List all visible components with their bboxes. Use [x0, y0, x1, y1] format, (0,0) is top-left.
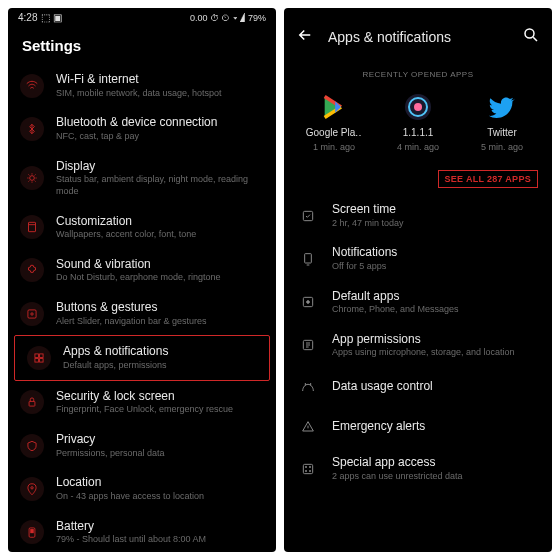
svg-rect-1	[29, 223, 36, 232]
row-subtitle: SIM, mobile network, data usage, hotspot	[56, 88, 264, 100]
row-title: Screen time	[332, 202, 540, 218]
svg-point-23	[305, 466, 306, 467]
apps-row-special-app-access[interactable]: Special app access2 apps can use unrestr…	[284, 447, 552, 490]
app-time: 1 min. ago	[313, 142, 355, 152]
apps-row-app-permissions[interactable]: App permissionsApps using microphone, st…	[284, 324, 552, 367]
app-name: Google Pla‥	[306, 127, 362, 138]
row-icon	[27, 346, 51, 370]
row-title: Privacy	[56, 432, 264, 448]
svg-point-24	[309, 466, 310, 467]
header: Apps & notifications	[284, 16, 552, 58]
row-subtitle: Chrome, Phone, and Messages	[332, 304, 540, 316]
row-subtitle: Off for 5 apps	[332, 261, 540, 273]
apps-row-data-usage-control[interactable]: Data usage control	[284, 367, 552, 407]
apps-row-notifications[interactable]: NotificationsOff for 5 apps	[284, 237, 552, 280]
apps-row-emergency-alerts[interactable]: Emergency alerts	[284, 407, 552, 447]
row-title: Emergency alerts	[332, 419, 540, 435]
row-icon	[20, 74, 44, 98]
row-title: Notifications	[332, 245, 540, 261]
settings-row-customization[interactable]: CustomizationWallpapers, accent color, f…	[8, 206, 276, 249]
row-title: Wi-Fi & internet	[56, 72, 264, 88]
svg-rect-11	[30, 529, 34, 533]
apps-row-screen-time[interactable]: Screen time2 hr, 47 min today	[284, 194, 552, 237]
svg-rect-2	[28, 310, 36, 318]
row-subtitle: 2 apps can use unrestricted data	[332, 471, 540, 483]
row-subtitle: 79% - Should last until about 8:00 AM	[56, 534, 264, 546]
app-name: 1.1.1.1	[403, 127, 434, 138]
recent-apps: Google Pla‥ 1 min. ago 1.1.1.1 4 min. ag…	[284, 87, 552, 162]
apps-settings-list[interactable]: Screen time2 hr, 47 min todayNotificatio…	[284, 194, 552, 552]
settings-screen: 4:28⬚ ▣ 0.00 ⏱ ⏲ ▾ ◢ 79% Settings Wi-Fi …	[8, 8, 276, 552]
row-title: Customization	[56, 214, 264, 230]
svg-rect-8	[29, 402, 35, 407]
app-time: 4 min. ago	[397, 142, 439, 152]
row-title: Default apps	[332, 289, 540, 305]
svg-rect-22	[303, 464, 312, 473]
status-right: 0.00 ⏱ ⏲ ▾ ◢ 79%	[190, 13, 266, 23]
row-icon	[296, 333, 320, 357]
search-icon[interactable]	[522, 26, 540, 48]
settings-row-sound-vibration[interactable]: Sound & vibrationDo Not Disturb, earphon…	[8, 249, 276, 292]
recent-app-twitter[interactable]: Twitter 5 min. ago	[467, 91, 537, 152]
row-icon	[20, 117, 44, 141]
row-icon	[20, 302, 44, 326]
row-title: Bluetooth & device connection	[56, 115, 264, 131]
settings-row-apps-notifications[interactable]: Apps & notificationsDefault apps, permis…	[14, 335, 270, 380]
see-all-label: SEE ALL 287 APPS	[438, 170, 539, 188]
status-bar: 4:28⬚ ▣ 0.00 ⏱ ⏲ ▾ ◢ 79%	[8, 8, 276, 27]
page-title: Settings	[8, 27, 276, 64]
row-icon	[20, 390, 44, 414]
back-icon[interactable]	[296, 26, 314, 48]
row-subtitle: On - 43 apps have access to location	[56, 491, 264, 503]
settings-row-battery[interactable]: Battery79% - Should last until about 8:0…	[8, 511, 276, 553]
row-subtitle: Permissions, personal data	[56, 448, 264, 460]
row-subtitle: Fingerprint, Face Unlock, emergency resc…	[56, 404, 264, 416]
1111-icon	[402, 91, 434, 123]
recent-app-1111[interactable]: 1.1.1.1 4 min. ago	[383, 91, 453, 152]
row-icon	[296, 290, 320, 314]
svg-point-0	[30, 176, 35, 181]
twitter-icon	[486, 91, 518, 123]
see-all-apps[interactable]: SEE ALL 287 APPS	[284, 162, 552, 194]
status-bar	[284, 8, 552, 16]
settings-row-wi-fi-internet[interactable]: Wi-Fi & internetSIM, mobile network, dat…	[8, 64, 276, 107]
row-subtitle: NFC, cast, tap & pay	[56, 131, 264, 143]
svg-rect-18	[305, 254, 312, 263]
row-icon	[20, 258, 44, 282]
row-icon	[296, 415, 320, 439]
row-subtitle: Alert Slider, navigation bar & gestures	[56, 316, 264, 328]
status-time: 4:28	[18, 12, 37, 23]
row-subtitle: 2 hr, 47 min today	[332, 218, 540, 230]
apps-row-default-apps[interactable]: Default appsChrome, Phone, and Messages	[284, 281, 552, 324]
svg-point-13	[525, 29, 534, 38]
row-icon	[20, 434, 44, 458]
recent-app-google-play[interactable]: Google Pla‥ 1 min. ago	[299, 91, 369, 152]
row-icon	[296, 375, 320, 399]
settings-row-display[interactable]: DisplayStatus bar, ambient display, nigh…	[8, 151, 276, 206]
recent-apps-label: RECENTLY OPENED APPS	[284, 58, 552, 87]
settings-row-bluetooth-device-connection[interactable]: Bluetooth & device connectionNFC, cast, …	[8, 107, 276, 150]
row-title: Location	[56, 475, 264, 491]
svg-point-20	[307, 301, 310, 304]
svg-rect-6	[35, 359, 39, 363]
status-icons: ⬚ ▣	[41, 12, 62, 23]
svg-rect-7	[40, 359, 44, 363]
row-icon	[20, 477, 44, 501]
settings-row-buttons-gestures[interactable]: Buttons & gesturesAlert Slider, navigati…	[8, 292, 276, 335]
settings-row-privacy[interactable]: PrivacyPermissions, personal data	[8, 424, 276, 467]
app-name: Twitter	[487, 127, 516, 138]
row-title: Sound & vibration	[56, 257, 264, 273]
row-icon	[296, 457, 320, 481]
settings-row-location[interactable]: LocationOn - 43 apps have access to loca…	[8, 467, 276, 510]
page-title: Apps & notifications	[328, 28, 508, 46]
row-subtitle: Default apps, permissions	[63, 360, 257, 372]
svg-rect-4	[35, 354, 39, 358]
row-title: App permissions	[332, 332, 540, 348]
row-subtitle: Status bar, ambient display, night mode,…	[56, 174, 264, 197]
settings-row-security-lock-screen[interactable]: Security & lock screenFingerprint, Face …	[8, 381, 276, 424]
svg-point-16	[414, 103, 422, 111]
row-title: Battery	[56, 519, 264, 535]
settings-list[interactable]: Wi-Fi & internetSIM, mobile network, dat…	[8, 64, 276, 552]
row-title: Data usage control	[332, 379, 540, 395]
row-icon	[296, 247, 320, 271]
